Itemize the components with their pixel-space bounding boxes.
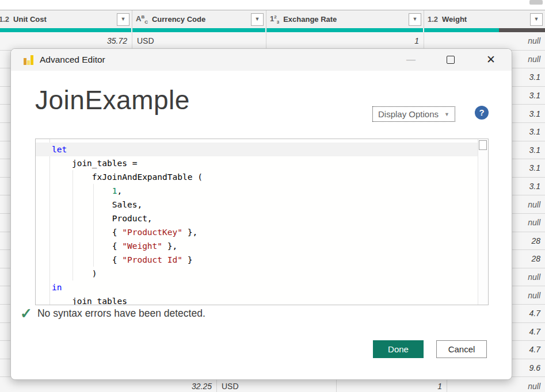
cancel-button[interactable]: Cancel [436, 340, 487, 358]
dialog-title: Advanced Editor [40, 49, 105, 71]
column-header-weight[interactable]: 1.2 Weight ▼ [424, 10, 545, 28]
cell-exchange-rate[interactable]: 1 [266, 32, 424, 51]
filter-dropdown-button[interactable]: ▼ [117, 13, 129, 26]
minimize-button[interactable]: — [403, 49, 418, 71]
code-line[interactable]: Sales, [36, 198, 488, 212]
done-button[interactable]: Done [373, 340, 424, 358]
code-content[interactable]: let join_tables = fxJoinAndExpandTable (… [36, 143, 488, 305]
power-bi-icon [24, 55, 35, 65]
advanced-editor-dialog: Advanced Editor — ✕ JoinExample Display … [10, 48, 512, 380]
code-line[interactable]: ) [36, 267, 488, 280]
display-options-dropdown[interactable]: Display Options ▼ [372, 106, 455, 122]
code-line[interactable]: Product, [36, 212, 488, 225]
code-line[interactable]: { "ProductKey" }, [36, 225, 488, 239]
code-line[interactable]: 1, [36, 184, 488, 198]
quality-segment [0, 28, 131, 32]
table-header-row: 1.2 Unit Cost ▼ ABC Currency Code ▼ 123 … [0, 10, 545, 28]
chevron-down-icon: ▼ [255, 17, 260, 22]
code-line[interactable]: join_tables = [36, 156, 488, 170]
cell-unit-cost[interactable]: 35.72 [0, 32, 132, 51]
horizontal-scrollbar-thumb[interactable] [529, 0, 543, 5]
table-row[interactable]: 35.72USD1null [0, 32, 545, 51]
chevron-down-icon: ▼ [413, 17, 418, 22]
chevron-down-icon: ▼ [534, 17, 539, 22]
cell-weight[interactable]: null [424, 32, 545, 51]
code-line[interactable]: { "Weight" }, [36, 239, 488, 253]
editor-scrollbar[interactable] [478, 139, 488, 305]
m-code-editor[interactable]: let join_tables = fxJoinAndExpandTable (… [35, 139, 489, 305]
display-options-label: Display Options [378, 109, 439, 119]
column-quality-bar [0, 28, 545, 32]
code-line[interactable]: join_tables [36, 294, 488, 305]
filter-dropdown-button[interactable]: ▼ [409, 13, 421, 26]
code-line[interactable]: let [36, 143, 488, 156]
code-line[interactable]: fxJoinAndExpandTable ( [36, 170, 488, 184]
column-header-currency-code[interactable]: ABC Currency Code ▼ [132, 10, 266, 28]
status-message: No syntax errors have been detected. [37, 308, 205, 320]
help-icon[interactable]: ? [475, 106, 489, 120]
checkmark-icon: ✓ [20, 306, 32, 321]
decimal-type-icon: 1.2 [0, 15, 9, 24]
query-name-title: JoinExample [35, 84, 190, 116]
column-label: Unit Cost [13, 15, 117, 24]
quality-segment-weight [424, 28, 545, 32]
filter-dropdown-button[interactable]: ▼ [530, 13, 543, 26]
column-header-unit-cost[interactable]: 1.2 Unit Cost ▼ [0, 10, 132, 28]
column-header-exchange-rate[interactable]: 123 Exchange Rate ▼ [266, 10, 424, 28]
syntax-status: ✓ No syntax errors have been detected. [20, 306, 205, 321]
close-button[interactable]: ✕ [483, 49, 498, 71]
code-line[interactable]: { "Product Id" } [36, 253, 488, 267]
whole-number-type-icon: 123 [270, 14, 279, 25]
column-label: Exchange Rate [283, 15, 409, 24]
cell-currency-code[interactable]: USD [132, 32, 266, 51]
power-query-window: 1.2 Unit Cost ▼ ABC Currency Code ▼ 123 … [0, 0, 545, 392]
column-label: Weight [442, 15, 530, 24]
chevron-down-icon: ▼ [121, 17, 126, 22]
dialog-titlebar[interactable]: Advanced Editor — ✕ [11, 49, 512, 71]
quality-segment [132, 28, 265, 32]
quality-segment [266, 28, 423, 32]
filter-dropdown-button[interactable]: ▼ [251, 13, 264, 26]
code-line[interactable]: in [36, 280, 488, 294]
maximize-button[interactable] [443, 49, 458, 71]
column-label: Currency Code [152, 15, 251, 24]
text-type-icon: ABC [136, 14, 148, 25]
table-top-strip [0, 0, 545, 10]
chevron-down-icon: ▼ [444, 112, 449, 117]
maximize-icon [447, 56, 455, 64]
editor-scrollbar-thumb[interactable] [479, 140, 487, 150]
decimal-type-icon: 1.2 [428, 15, 438, 24]
